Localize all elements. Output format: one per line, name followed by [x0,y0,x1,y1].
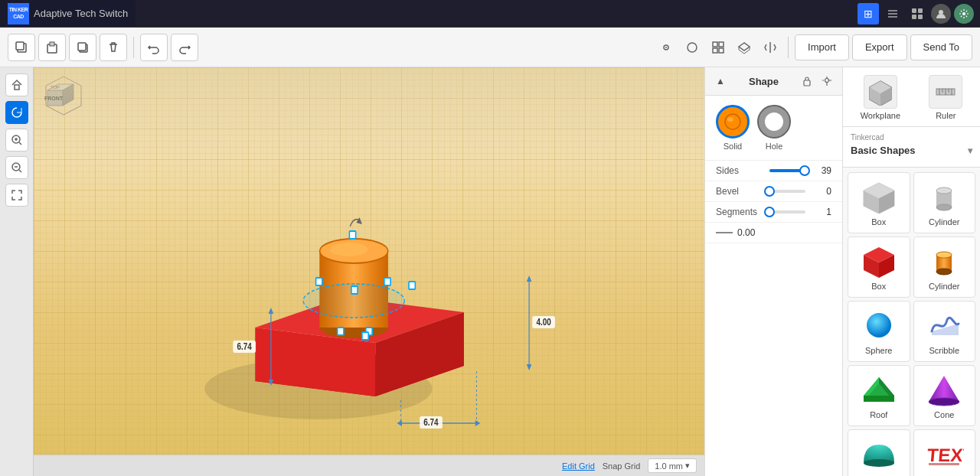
cone-purple-icon [924,372,964,407]
shape-item-box-red[interactable]: Box [848,236,910,298]
zoom-minus-button[interactable] [5,156,28,179]
panel-lock-icon[interactable] [799,73,815,89]
shapes-category[interactable]: Basic Shapes ▾ [851,142,972,161]
segments-slider[interactable] [769,210,805,214]
app-name: Adaptive Tech Switch [34,8,128,19]
paste-button[interactable] [38,34,66,61]
ruler-tool-item[interactable]: Ruler [926,72,965,123]
shape-item-sphere-blue[interactable]: Sphere [848,301,910,362]
svg-point-94 [867,313,891,337]
cylinder-orange-icon [924,243,964,279]
text-icon: TEXT [924,436,964,471]
viewport[interactable]: FRONT TOP [34,67,704,476]
shape-item-cylinder-orange[interactable]: Cylinder [913,236,976,298]
box-red-icon [859,243,899,279]
hole-circle [757,105,791,139]
shape-item-scribble[interactable]: Scribble [913,301,976,362]
user-profile-icon[interactable] [931,4,951,24]
svg-text:4.00: 4.00 [536,317,550,327]
edit-grid-label[interactable]: Edit Grid [562,461,595,471]
svg-point-92 [936,252,952,258]
bevel-thumb[interactable] [764,186,775,197]
delete-button[interactable] [100,34,127,61]
anchor-view-button[interactable] [655,36,678,59]
shapes-library-panel: Workplane Ruler Tinkercad [842,67,980,476]
snap-grid-label: Snap Grid [603,461,641,471]
panel-collapse-button[interactable]: ▲ [713,73,728,89]
home-sidebar-button[interactable] [5,73,28,96]
grid-view-icon[interactable]: ⊞ [858,3,879,24]
svg-marker-61 [475,420,481,426]
grid-view-button[interactable] [707,36,730,59]
import-button[interactable]: Import [795,34,849,60]
workplane-view-button[interactable] [733,36,756,59]
svg-point-68 [825,79,828,83]
z-height-value[interactable]: 0.00 [737,227,755,238]
cylinder-orange-label: Cylinder [929,282,959,291]
panel-location-icon[interactable] [819,73,835,89]
hole-inner [763,111,785,132]
tools-row: Workplane Ruler [843,67,980,127]
svg-marker-31 [255,328,375,396]
settings-icon[interactable] [954,4,974,24]
tools-icon[interactable] [882,3,903,24]
workplane-tool-item[interactable]: Workplane [858,72,903,123]
scene-svg: 6.74 4.00 6.74 [34,67,704,476]
sides-property-row: Sides 39 [705,161,842,181]
circle-view-button[interactable] [681,36,704,59]
shape-item-text[interactable]: TEXT Text [913,429,976,476]
shapes-grid: Box Cylinder [843,168,980,476]
orientation-cube[interactable]: FRONT TOP [41,75,83,117]
redo-button[interactable] [171,34,198,61]
hole-type-button[interactable]: Hole [757,105,791,151]
duplicate-button[interactable] [69,34,96,61]
svg-text:6.74: 6.74 [237,341,253,351]
z-height-row: 0.00 [705,223,842,243]
shapes-source: Tinkercad [851,133,972,142]
scribble-label: Scribble [929,346,959,355]
zoom-plus-button[interactable] [5,129,28,152]
sides-thumb[interactable] [799,165,810,176]
shape-panel-title: Shape [749,76,779,87]
shape-item-cone-purple[interactable]: Cone [913,365,976,426]
svg-marker-32 [255,297,464,343]
shape-item-round-roof[interactable]: Round Roof [848,429,910,476]
segments-property-row: Segments 1 [705,202,842,223]
export-button[interactable]: Export [852,34,907,60]
svg-point-93 [936,269,952,275]
svg-rect-98 [864,396,894,402]
round-roof-icon [859,436,899,471]
sides-slider[interactable] [769,169,805,172]
undo-button[interactable] [140,34,168,61]
solid-type-button[interactable]: Solid [716,105,750,151]
svg-rect-57 [532,316,555,328]
shape-item-box-gray[interactable]: Box [848,172,910,233]
gallery-icon[interactable] [906,3,928,24]
svg-point-69 [725,114,740,129]
scribble-icon [924,308,964,343]
svg-rect-46 [409,282,415,289]
view-icons: Import Export Send To [655,34,972,60]
segments-thumb[interactable] [764,207,775,217]
svg-point-87 [936,204,952,210]
snap-grid-button[interactable]: 1.0 mm ▾ [648,458,697,473]
copy-button[interactable] [8,34,35,61]
svg-point-29 [204,358,433,419]
shape-item-roof-green[interactable]: Roof [848,365,910,426]
svg-marker-60 [397,420,402,426]
shape-item-cylinder-gray[interactable]: Cylinder [913,172,976,233]
svg-text:6.74: 6.74 [423,417,439,427]
svg-point-39 [330,243,368,256]
bevel-slider[interactable] [769,190,805,193]
mirror-view-button[interactable] [759,36,782,59]
svg-text:TOP: TOP [51,85,60,90]
shape-properties-panel: ▲ Shape Solid [704,67,842,476]
svg-marker-30 [255,350,464,396]
rotate-sidebar-button[interactable] [5,101,28,124]
svg-rect-103 [929,463,959,465]
sphere-blue-icon [859,308,899,343]
svg-rect-16 [719,42,724,47]
fit-button[interactable] [5,184,28,207]
svg-rect-34 [320,251,388,328]
sendto-button[interactable]: Send To [910,34,972,60]
